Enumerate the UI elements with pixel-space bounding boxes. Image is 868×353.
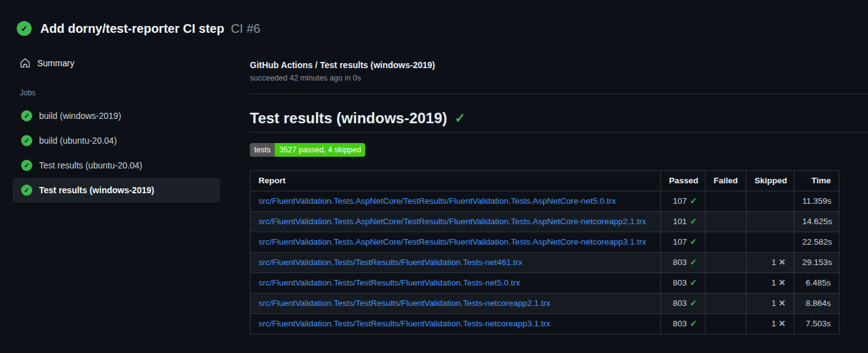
- run-ref: CI #6: [231, 22, 260, 35]
- failed-cell: [706, 294, 746, 314]
- report-link[interactable]: src/FluentValidation.Tests/TestResults/F…: [259, 299, 551, 308]
- jobs-sidebar: Summary Jobs ✓ build (windows-2019) ✓ bu…: [0, 40, 220, 203]
- report-cell: src/FluentValidation.Tests/TestResults/F…: [250, 253, 661, 273]
- jobs-heading: Jobs: [20, 89, 220, 97]
- job-label: Test results (windows-2019): [39, 185, 154, 195]
- skipped-cell: [746, 212, 794, 232]
- skipped-cell: [746, 191, 794, 212]
- time-cell: 7.503s: [794, 314, 839, 334]
- check-icon: ✓: [690, 258, 697, 267]
- skipped-cell: 1✕: [746, 314, 794, 334]
- report-link[interactable]: src/FluentValidation.Tests/TestResults/F…: [259, 319, 551, 328]
- failed-cell: [706, 253, 746, 273]
- report-cell: src/FluentValidation.Tests.AspNetCore/Te…: [250, 232, 661, 253]
- skipped-cell: 1✕: [746, 273, 794, 294]
- section-title: Test results (windows-2019): [250, 110, 447, 127]
- time-cell: 11.359s: [794, 191, 839, 212]
- failed-cell: [706, 273, 746, 294]
- column-header-passed: Passed: [661, 171, 706, 191]
- table-header-row: Report Passed Failed Skipped Time: [250, 171, 839, 191]
- passed-cell: 107✓: [661, 232, 706, 253]
- time-cell: 22.582s: [794, 232, 839, 253]
- time-cell: 29.153s: [794, 253, 839, 273]
- tests-badge: tests 3527 passed, 4 skipped: [250, 143, 365, 157]
- passed-cell: 803✓: [661, 294, 706, 314]
- sidebar-item-summary[interactable]: Summary: [12, 52, 220, 74]
- table-row: src/FluentValidation.Tests.AspNetCore/Te…: [250, 191, 839, 212]
- column-header-report: Report: [250, 171, 661, 191]
- passed-cell: 803✓: [661, 314, 706, 334]
- check-circle-icon: ✓: [21, 135, 32, 146]
- passed-cell: 803✓: [661, 273, 706, 294]
- table-row: src/FluentValidation.Tests.AspNetCore/Te…: [250, 212, 839, 232]
- check-icon: ✓: [690, 319, 697, 328]
- report-cell: src/FluentValidation.Tests/TestResults/F…: [250, 273, 661, 294]
- skipped-cell: 1✕: [746, 253, 794, 273]
- sidebar-item-build-windows-2019[interactable]: ✓ build (windows-2019): [12, 103, 220, 128]
- table-row: src/FluentValidation.Tests/TestResults/F…: [250, 314, 839, 334]
- job-label: build (ubuntu-20.04): [39, 136, 117, 146]
- run-header: ✓ Add dorny/test-reporter CI step CI #6: [0, 0, 868, 40]
- report-link[interactable]: src/FluentValidation.Tests/TestResults/F…: [259, 278, 520, 287]
- badge-label: tests: [250, 143, 275, 157]
- check-icon: ✓: [690, 299, 697, 308]
- table-row: src/FluentValidation.Tests/TestResults/F…: [250, 273, 839, 294]
- check-icon: ✓: [454, 111, 466, 126]
- sidebar-item-test-results-windows-2019[interactable]: ✓ Test results (windows-2019): [12, 178, 220, 203]
- time-cell: 14.625s: [794, 212, 839, 232]
- failed-cell: [706, 232, 746, 253]
- success-check-circle-icon: ✓: [17, 21, 32, 36]
- report-cell: src/FluentValidation.Tests/TestResults/F…: [250, 294, 661, 314]
- passed-cell: 101✓: [661, 212, 706, 232]
- x-icon: ✕: [779, 258, 786, 267]
- test-results-table: Report Passed Failed Skipped Time src/Fl…: [250, 170, 839, 334]
- job-label: Test results (ubuntu-20.04): [39, 160, 143, 170]
- failed-cell: [706, 314, 746, 334]
- check-run-panel: GitHub Actions / Test results (windows-2…: [220, 40, 868, 334]
- time-cell: 6.485s: [794, 273, 839, 294]
- check-icon: ✓: [690, 237, 697, 246]
- sidebar-summary-label: Summary: [37, 58, 74, 68]
- check-icon: ✓: [690, 196, 697, 206]
- check-icon: ✓: [690, 217, 697, 226]
- column-header-failed: Failed: [706, 171, 746, 191]
- job-label: build (windows-2019): [39, 111, 121, 121]
- report-link[interactable]: src/FluentValidation.Tests.AspNetCore/Te…: [259, 196, 616, 206]
- run-status-line: succeeded 42 minutes ago in 0s: [250, 74, 868, 82]
- header-divider: [250, 94, 868, 94]
- passed-cell: 107✓: [661, 191, 706, 212]
- table-row: src/FluentValidation.Tests.AspNetCore/Te…: [250, 232, 839, 253]
- table-row: src/FluentValidation.Tests/TestResults/F…: [250, 253, 839, 273]
- failed-cell: [706, 191, 746, 212]
- column-header-time: Time: [794, 171, 839, 191]
- x-icon: ✕: [779, 319, 786, 328]
- passed-cell: 803✓: [661, 253, 706, 273]
- skipped-cell: [746, 232, 794, 253]
- report-cell: src/FluentValidation.Tests.AspNetCore/Te…: [250, 191, 661, 212]
- failed-cell: [706, 212, 746, 232]
- x-icon: ✕: [779, 299, 786, 308]
- report-cell: src/FluentValidation.Tests/TestResults/F…: [250, 314, 661, 334]
- time-cell: 8.864s: [794, 294, 839, 314]
- check-circle-icon: ✓: [21, 110, 32, 121]
- test-results-table-body: src/FluentValidation.Tests.AspNetCore/Te…: [250, 191, 839, 334]
- report-link[interactable]: src/FluentValidation.Tests.AspNetCore/Te…: [259, 217, 646, 226]
- column-header-skipped: Skipped: [746, 171, 794, 191]
- report-cell: src/FluentValidation.Tests.AspNetCore/Te…: [250, 212, 661, 232]
- report-link[interactable]: src/FluentValidation.Tests/TestResults/F…: [259, 258, 523, 267]
- check-circle-icon: ✓: [21, 160, 32, 171]
- sidebar-item-test-results-ubuntu-2004[interactable]: ✓ Test results (ubuntu-20.04): [12, 153, 220, 178]
- sidebar-item-build-ubuntu-2004[interactable]: ✓ build (ubuntu-20.04): [12, 128, 220, 153]
- table-row: src/FluentValidation.Tests/TestResults/F…: [250, 294, 839, 314]
- report-link[interactable]: src/FluentValidation.Tests.AspNetCore/Te…: [259, 237, 646, 246]
- check-circle-icon: ✓: [21, 185, 32, 196]
- breadcrumb: GitHub Actions / Test results (windows-2…: [250, 60, 868, 70]
- home-icon: [20, 58, 30, 68]
- x-icon: ✕: [779, 278, 786, 287]
- badge-value: 3527 passed, 4 skipped: [275, 143, 365, 157]
- skipped-cell: 1✕: [746, 294, 794, 314]
- run-title: Add dorny/test-reporter CI step: [40, 22, 224, 35]
- check-icon: ✓: [690, 278, 697, 287]
